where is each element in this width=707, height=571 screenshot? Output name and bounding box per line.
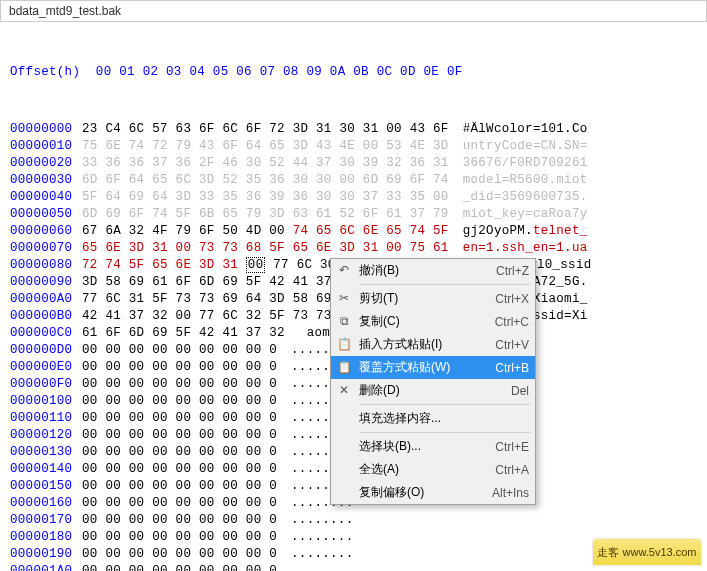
menu-label: 填充选择内容...	[359, 410, 441, 427]
offset-cell: 000000A0	[10, 291, 82, 308]
offset-cell: 00000110	[10, 410, 82, 427]
offset-cell: 00000030	[10, 172, 82, 189]
menu-item[interactable]: 填充选择内容...	[331, 407, 535, 430]
hex-row[interactable]: 0000002033 36 36 37 36 2F 46 30 52 44 37…	[10, 155, 697, 172]
paste-icon: 📋	[336, 336, 352, 352]
hex-row[interactable]: 0000017000 00 00 00 00 00 00 00 0.......…	[10, 512, 697, 529]
menu-label: 撤消(B)	[359, 262, 399, 279]
menu-item[interactable]: 📋插入方式粘贴(I)Ctrl+V	[331, 333, 535, 356]
offset-cell: 00000090	[10, 274, 82, 291]
menu-shortcut: Alt+Ins	[492, 486, 529, 500]
menu-shortcut: Ctrl+B	[495, 361, 529, 375]
menu-separator	[359, 284, 531, 285]
hex-row[interactable]: 0000001075 6E 74 72 79 43 6F 64 65 3D 43…	[10, 138, 697, 155]
menu-item[interactable]: 复制偏移(O)Alt+Ins	[331, 481, 535, 504]
copy-icon: ⧉	[336, 313, 352, 329]
hex-row[interactable]: 0000007065 6E 3D 31 00 73 73 68 5F 65 6E…	[10, 240, 697, 257]
menu-shortcut: Ctrl+V	[495, 338, 529, 352]
menu-label: 剪切(T)	[359, 290, 398, 307]
hex-row[interactable]: 000000306D 6F 64 65 6C 3D 52 35 36 30 30…	[10, 172, 697, 189]
offset-cell: 00000130	[10, 444, 82, 461]
offset-cell: 00000000	[10, 121, 82, 138]
offset-cell: 000000E0	[10, 359, 82, 376]
menu-item[interactable]: ✂剪切(T)Ctrl+X	[331, 287, 535, 310]
menu-label: 删除(D)	[359, 382, 400, 399]
menu-shortcut: Ctrl+Z	[496, 264, 529, 278]
delete-icon: ✕	[336, 382, 352, 398]
offset-cell: 000000D0	[10, 342, 82, 359]
offset-cell: 00000150	[10, 478, 82, 495]
menu-shortcut: Ctrl+A	[495, 463, 529, 477]
watermark-badge: 走客 www.5v13.com	[593, 539, 701, 565]
undo-icon: ↶	[336, 262, 352, 278]
column-header: Offset(h) 00 01 02 03 04 05 06 07 08 09 …	[10, 64, 697, 81]
menu-shortcut: Ctrl+C	[495, 315, 529, 329]
offset-cell: 00000170	[10, 512, 82, 529]
offset-cell: 00000180	[10, 529, 82, 546]
hex-row[interactable]: 000000506D 69 6F 74 5F 6B 65 79 3D 63 61…	[10, 206, 697, 223]
offset-cell: 00000120	[10, 427, 82, 444]
offset-cell: 00000050	[10, 206, 82, 223]
offset-cell: 00000190	[10, 546, 82, 563]
offset-cell: 00000140	[10, 461, 82, 478]
offset-cell: 00000020	[10, 155, 82, 172]
menu-label: 选择块(B)...	[359, 438, 421, 455]
menu-shortcut: Ctrl+X	[495, 292, 529, 306]
offset-cell: 000000C0	[10, 325, 82, 342]
menu-item[interactable]: ↶撤消(B)Ctrl+Z	[331, 259, 535, 282]
menu-item[interactable]: 选择块(B)...Ctrl+E	[331, 435, 535, 458]
menu-item[interactable]: 全选(A)Ctrl+A	[331, 458, 535, 481]
menu-label: 覆盖方式粘贴(W)	[359, 359, 450, 376]
menu-label: 插入方式粘贴(I)	[359, 336, 442, 353]
menu-item[interactable]: ✕删除(D)Del	[331, 379, 535, 402]
menu-label: 全选(A)	[359, 461, 399, 478]
hex-row[interactable]: 000000405F 64 69 64 3D 33 35 36 39 36 30…	[10, 189, 697, 206]
paste-icon: 📋	[336, 359, 352, 375]
menu-item[interactable]: 📋覆盖方式粘贴(W)Ctrl+B	[331, 356, 535, 379]
menu-item[interactable]: ⧉复制(C)Ctrl+C	[331, 310, 535, 333]
hex-row[interactable]: 0000000023 C4 6C 57 63 6F 6C 6F 72 3D 31…	[10, 121, 697, 138]
menu-label: 复制(C)	[359, 313, 400, 330]
offset-cell: 00000080	[10, 257, 82, 274]
offset-cell: 00000070	[10, 240, 82, 257]
menu-separator	[359, 404, 531, 405]
offset-cell: 00000010	[10, 138, 82, 155]
menu-shortcut: Ctrl+E	[495, 440, 529, 454]
offset-cell: 000000F0	[10, 376, 82, 393]
context-menu: ↶撤消(B)Ctrl+Z✂剪切(T)Ctrl+X⧉复制(C)Ctrl+C📋插入方…	[330, 258, 536, 505]
offset-cell: 00000160	[10, 495, 82, 512]
offset-cell: 00000040	[10, 189, 82, 206]
offset-cell: 00000060	[10, 223, 82, 240]
menu-shortcut: Del	[511, 384, 529, 398]
hex-row[interactable]: 0000006067 6A 32 4F 79 6F 50 4D 00 74 65…	[10, 223, 697, 240]
offset-cell: 00000100	[10, 393, 82, 410]
offset-cell: 000001A0	[10, 563, 82, 571]
cut-icon: ✂	[336, 290, 352, 306]
menu-label: 复制偏移(O)	[359, 484, 424, 501]
filename: bdata_mtd9_test.bak	[9, 4, 121, 18]
offset-cell: 000000B0	[10, 308, 82, 325]
title-bar: bdata_mtd9_test.bak	[0, 0, 707, 22]
menu-separator	[359, 432, 531, 433]
